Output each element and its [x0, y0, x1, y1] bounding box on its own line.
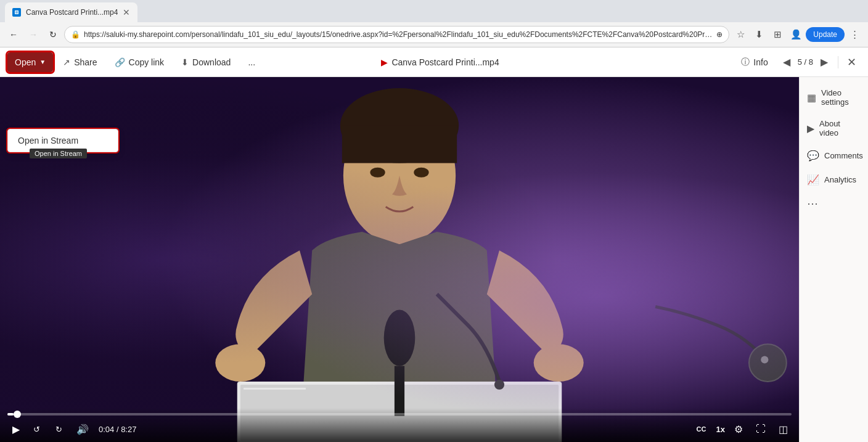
video-settings-icon: ▦: [807, 92, 816, 104]
video-settings-label: Video settings: [821, 88, 861, 107]
share-button[interactable]: ↗ Share: [55, 52, 104, 72]
open-dropdown-arrow: ▼: [39, 59, 46, 65]
video-light-effect: [0, 77, 799, 442]
share-icon: ↗: [63, 57, 70, 67]
tooltip-open-in-stream: Open in Stream: [30, 149, 87, 158]
tab-close-button[interactable]: ✕: [123, 7, 130, 17]
update-button[interactable]: Update: [806, 27, 845, 42]
download-button[interactable]: ⬇ Download: [174, 52, 238, 72]
comments-icon: 💬: [807, 150, 819, 162]
comments-label: Comments: [824, 151, 863, 160]
url-text: https://saluki-my.sharepoint.com/persona…: [84, 30, 713, 39]
info-icon: ⓘ: [741, 57, 750, 68]
info-button[interactable]: ⓘ Info: [734, 52, 775, 72]
panel-item-comments[interactable]: 💬 Comments: [800, 144, 868, 168]
speed-button[interactable]: 1x: [716, 425, 725, 434]
captions-button[interactable]: CC: [692, 420, 711, 438]
copy-link-label: Copy link: [129, 57, 165, 67]
profile-button[interactable]: 👤: [787, 26, 805, 43]
info-label: Info: [753, 57, 768, 67]
browser-chrome: Canva Postcard Printi...mp4 ✕ ← → ↻ 🔒 ht…: [0, 0, 868, 47]
page-count: 5 / 8: [798, 57, 813, 67]
toolbar-separator: [838, 56, 838, 68]
browser-right-icons: ☆ ⬇ ⊞ 👤 Update ⋮: [732, 26, 863, 43]
svg-text:↺: ↺: [33, 425, 40, 434]
rewind-button[interactable]: ↺: [30, 420, 47, 438]
lock-icon: 🔒: [71, 30, 80, 39]
about-video-icon: ▶: [807, 123, 814, 134]
pagination: ◀ 5 / 8 ▶: [778, 54, 833, 71]
download-status-button[interactable]: ⬇: [750, 26, 768, 43]
toolbar-right: ⓘ Info ◀ 5 / 8 ▶ ✕: [734, 52, 861, 72]
more-options-label: ...: [248, 57, 255, 67]
progress-bar[interactable]: [7, 413, 792, 415]
progress-thumb: [14, 411, 21, 418]
nav-bar: ← → ↻ 🔒 https://saluki-my.sharepoint.com…: [0, 22, 868, 47]
download-label: Download: [192, 57, 231, 67]
toolbar: Open ▼ ↗ Share 🔗 Copy link ⬇ Download ..…: [0, 47, 868, 77]
extensions-button[interactable]: ⊞: [769, 26, 786, 43]
address-bar[interactable]: 🔒 https://saluki-my.sharepoint.com/perso…: [64, 26, 729, 43]
tab-bar: Canva Postcard Printi...mp4 ✕: [0, 0, 868, 22]
tab-favicon: [12, 8, 21, 17]
download-icon: ⬇: [181, 57, 189, 67]
tab-title: Canva Postcard Printi...mp4: [26, 8, 118, 17]
volume-button[interactable]: 🔊: [74, 420, 91, 438]
analytics-icon: 📈: [807, 174, 819, 186]
panel-item-about-video[interactable]: ▶ About video: [800, 113, 868, 144]
time-display: 0:04 / 8:27: [99, 425, 136, 434]
about-video-label: About video: [819, 119, 861, 137]
file-video-icon: ▶: [381, 57, 388, 67]
bookmark-button[interactable]: ☆: [732, 26, 749, 43]
analytics-label: Analytics: [824, 175, 856, 184]
fullscreen-button[interactable]: ⛶: [752, 420, 769, 438]
file-info: ▶ Canva Postcard Printi...mp4: [381, 57, 499, 67]
more-options-button[interactable]: ...: [240, 52, 263, 72]
copy-link-button[interactable]: 🔗 Copy link: [107, 52, 172, 72]
settings-button[interactable]: ⚙: [730, 420, 747, 438]
video-frame: [0, 77, 799, 442]
video-area[interactable]: ▶ ↺ ↻ 🔊 0:04 / 8:27 CC 1x ⚙ ⛶: [0, 77, 799, 442]
open-button[interactable]: Open ▼: [7, 52, 53, 72]
panel-item-analytics[interactable]: 📈 Analytics: [800, 168, 868, 192]
panel-item-video-settings[interactable]: ▦ Video settings: [800, 82, 868, 113]
menu-button[interactable]: ⋮: [846, 26, 863, 43]
copy-link-icon: 🔗: [115, 57, 125, 67]
controls-row: ▶ ↺ ↻ 🔊 0:04 / 8:27 CC 1x ⚙ ⛶: [7, 420, 792, 438]
next-page-button[interactable]: ▶: [816, 54, 833, 71]
right-panel: ▦ Video settings ▶ About video 💬 Comment…: [799, 77, 868, 442]
open-in-stream-label: Open in Stream: [18, 136, 78, 145]
refresh-inline-icon: ⊕: [716, 30, 723, 39]
cast-button[interactable]: ◫: [774, 420, 792, 438]
active-tab[interactable]: Canva Postcard Printi...mp4 ✕: [5, 2, 137, 22]
progress-fill: [7, 413, 14, 415]
forward-button[interactable]: →: [25, 26, 42, 43]
main-layout: ▶ ↺ ↻ 🔊 0:04 / 8:27 CC 1x ⚙ ⛶: [0, 77, 868, 442]
fast-forward-button[interactable]: ↻: [52, 420, 69, 438]
back-button[interactable]: ←: [5, 26, 22, 43]
svg-text:↻: ↻: [55, 425, 62, 434]
panel-more-button[interactable]: ⋯: [800, 192, 868, 215]
open-label: Open: [15, 57, 36, 67]
play-button[interactable]: ▶: [7, 420, 25, 438]
close-button[interactable]: ✕: [843, 54, 861, 71]
file-name: Canva Postcard Printi...mp4: [391, 57, 499, 67]
prev-page-button[interactable]: ◀: [778, 54, 795, 71]
refresh-button[interactable]: ↻: [44, 26, 62, 43]
video-controls: ▶ ↺ ↻ 🔊 0:04 / 8:27 CC 1x ⚙ ⛶: [0, 408, 799, 442]
share-label: Share: [74, 57, 97, 67]
